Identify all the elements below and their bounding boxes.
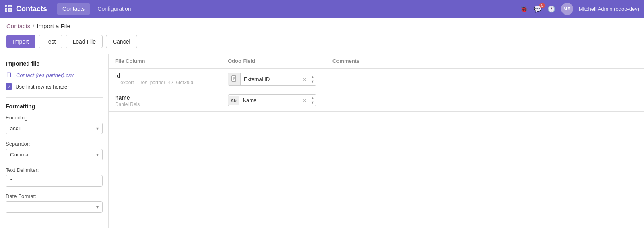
field-value-name: Name [239,95,301,106]
file-column-id: id __export__.res_partner_42_6fcf3f5d [109,69,221,90]
avatar[interactable]: MA [561,3,573,15]
user-name: Mitchell Admin (odoo-dev) [579,6,639,12]
main-layout: Imported file 🗒 Contact (res.partner).cs… [0,54,644,228]
file-column-name: name Daniel Reis [109,90,221,112]
grid-icon[interactable] [5,5,12,13]
odoo-field-name: Ab Name × ▲ ▼ [221,90,326,112]
table-row: name Daniel Reis Ab Name × ▲ ▼ [109,90,644,112]
sidebar: Imported file 🗒 Contact (res.partner).cs… [0,54,109,228]
arrow-down-id[interactable]: ▼ [311,79,314,84]
date-format-select[interactable] [6,201,103,213]
table-body: id __export__.res_partner_42_6fcf3f5d [109,69,644,112]
text-delimiter-label: Text Delimiter: [6,167,103,173]
field-icon-id [228,73,241,85]
date-format-label: Date Format: [6,193,103,199]
table-header: File Column Odoo Field Comments [109,54,644,69]
breadcrumb-parent[interactable]: Contacts [6,23,30,29]
svg-rect-1 [8,5,10,7]
text-delimiter-input[interactable] [6,175,103,187]
arrow-up-id[interactable]: ▲ [311,75,314,79]
use-first-row-row: ✓ Use first row as header [6,83,103,90]
comments-id [326,69,644,90]
column-sub-id: __export__.res_partner_42_6fcf3f5d [115,80,215,85]
separator-select[interactable]: Comma Semicolon Tab Space [6,149,103,160]
table-row: id __export__.res_partner_42_6fcf3f5d [109,69,644,90]
nav-configuration[interactable]: Configuration [92,3,136,15]
date-format-wrapper [6,201,103,213]
import-button[interactable]: Import [6,35,35,48]
svg-rect-3 [5,8,7,10]
column-name-id: id [115,73,215,79]
checkbox-check-icon: ✓ [7,85,11,89]
svg-rect-5 [10,8,12,10]
th-comments: Comments [326,54,644,69]
use-first-row-checkbox[interactable]: ✓ [6,83,12,90]
topbar-nav: Contacts Configuration [57,3,520,15]
field-icon-name: Ab [228,96,239,105]
svg-rect-6 [5,10,7,12]
arrow-up-name[interactable]: ▲ [311,96,314,100]
th-file-column: File Column [109,54,221,69]
chat-icon[interactable]: 💬 5 [534,5,542,13]
file-name: Contact (res.partner).csv [16,72,74,78]
encoding-wrapper: ascii utf-8 utf-16 latin-1 [6,123,103,134]
app-title: Contacts [16,5,47,13]
clock-icon[interactable]: 🕐 [547,5,555,13]
field-value-id: External ID [241,74,301,85]
chat-badge: 5 [539,3,545,8]
separator-label: Separator: [6,141,103,147]
svg-rect-7 [8,10,10,12]
cancel-button[interactable]: Cancel [106,35,137,48]
th-odoo-field: Odoo Field [221,54,326,69]
svg-rect-2 [10,5,12,7]
formatting-title: Formatting [6,103,103,110]
breadcrumb-separator: / [33,23,34,29]
arrow-down-name[interactable]: ▼ [311,100,314,105]
section-divider [6,97,103,98]
import-table: File Column Odoo Field Comments id __exp… [109,54,644,112]
content-area: File Column Odoo Field Comments id __exp… [109,54,644,228]
bug-icon[interactable]: 🐞 [520,5,528,13]
load-file-button[interactable]: Load File [66,35,103,48]
use-first-row-label: Use first row as header [15,84,69,90]
nav-contacts[interactable]: Contacts [57,3,90,15]
file-info: 🗒 Contact (res.partner).csv [6,71,103,79]
field-selector-id[interactable]: External ID × ▲ ▼ [228,73,316,86]
breadcrumb-current: Import a File [37,23,70,29]
test-button[interactable]: Test [39,35,63,48]
encoding-label: Encoding: [6,114,103,121]
topbar: Contacts Contacts Configuration 🐞 💬 5 🕐 … [0,0,644,18]
column-sub-name: Daniel Reis [115,102,215,107]
file-icon: 🗒 [6,71,13,79]
topbar-right: 🐞 💬 5 🕐 MA Mitchell Admin (odoo-dev) [520,3,639,15]
imported-file-title: Imported file [6,60,103,67]
field-arrows-name: ▲ ▼ [309,95,316,106]
svg-rect-0 [5,5,7,7]
field-clear-name[interactable]: × [301,96,309,105]
field-arrows-id: ▲ ▼ [309,74,316,85]
comments-name [326,90,644,112]
field-clear-id[interactable]: × [301,75,309,84]
svg-rect-4 [8,8,10,10]
breadcrumb: Contacts / Import a File [0,18,644,33]
odoo-field-id: External ID × ▲ ▼ [221,69,326,90]
separator-wrapper: Comma Semicolon Tab Space [6,149,103,160]
action-toolbar: Import Test Load File Cancel [0,33,644,54]
encoding-select[interactable]: ascii utf-8 utf-16 latin-1 [6,123,103,134]
field-selector-name[interactable]: Ab Name × ▲ ▼ [228,94,316,106]
column-name-name: name [115,94,215,101]
svg-rect-8 [10,10,12,12]
